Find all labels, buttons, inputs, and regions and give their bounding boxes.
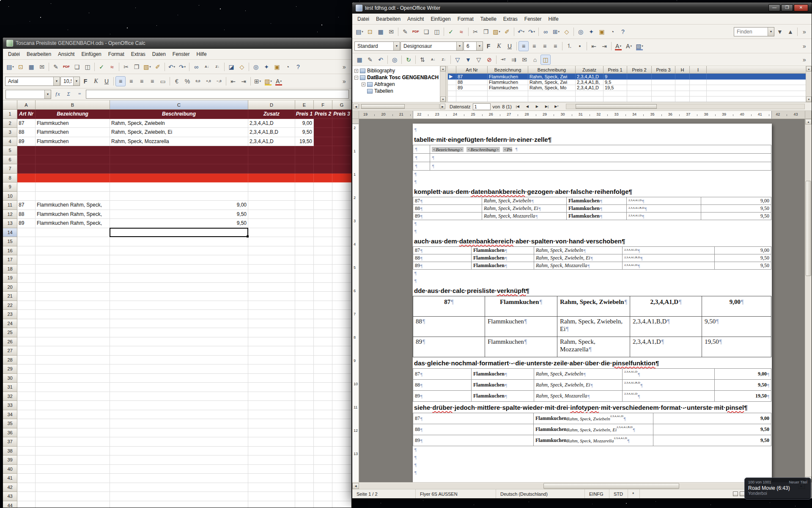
borders-icon[interactable]: ⊞▾ xyxy=(252,76,263,86)
merge-cells-icon[interactable]: ▭ xyxy=(158,76,168,86)
doc-table-cell[interactable]: 9,00 xyxy=(701,197,771,205)
calc-cell-D8[interactable] xyxy=(248,174,295,183)
ds-cell-r2-c3[interactable]: Rahm, Speck, Zwi xyxy=(528,80,576,85)
calc-cell-G14[interactable] xyxy=(332,228,351,237)
calc-cell-A5[interactable] xyxy=(17,146,36,155)
calc-row-header-22[interactable]: 22 xyxy=(3,301,17,310)
calc-cell-G42[interactable] xyxy=(332,483,351,492)
field-shading-chip[interactable]: <Bezeichnung> xyxy=(432,147,464,152)
format-paintbrush-icon[interactable]: ✐ xyxy=(502,27,512,37)
calc-cell-F31[interactable] xyxy=(314,383,332,392)
toolbar-options-icon[interactable]: » xyxy=(799,55,809,65)
calc-cell-B13[interactable]: Flammkuchen Rahm, Speck, xyxy=(36,219,110,228)
page-preview-icon[interactable]: ◫ xyxy=(82,62,93,72)
calc-cell-E23[interactable] xyxy=(295,310,314,319)
ds-cell-r1-c3[interactable]: Rahm, Speck, Zwi xyxy=(528,74,576,80)
calc-menu-item-bearbeiten[interactable]: Bearbeiten xyxy=(23,50,55,59)
calc-cell-A19[interactable] xyxy=(17,273,36,283)
calc-cell-B3[interactable]: Flammkuchen xyxy=(36,128,110,137)
decrease-indent-icon[interactable]: ⇤ xyxy=(589,41,599,51)
delete-decimal-icon[interactable]: −,0 xyxy=(214,76,224,86)
calc-cell-F14[interactable] xyxy=(314,228,332,237)
calc-cell-B30[interactable] xyxy=(36,374,110,383)
calc-cell-G32[interactable] xyxy=(332,392,351,401)
calc-cell-F17[interactable] xyxy=(314,255,332,265)
calc-cell-B28[interactable] xyxy=(36,356,110,365)
doc-table-cell[interactable]: 87¶ xyxy=(413,296,485,317)
calc-cell-E14[interactable] xyxy=(295,228,314,237)
document-heading[interactable]: auch·aus·dem·datenbankbereich·aber·spalt… xyxy=(414,237,772,245)
cut-icon[interactable]: ✂ xyxy=(470,27,480,37)
calc-cell-G2[interactable] xyxy=(332,119,351,128)
doc-table-cell[interactable]: Flammkuchen Rahm, Speck, Zwiebeln, Ei 2,… xyxy=(534,424,653,435)
calc-col-header-B[interactable]: B xyxy=(36,100,110,110)
calc-col-header-A[interactable]: A xyxy=(17,100,36,110)
ds-cell-r4-c3[interactable] xyxy=(528,91,576,97)
calc-cell-B6[interactable] xyxy=(36,155,110,165)
calc-cell-F35[interactable] xyxy=(314,419,332,428)
doc-table-cell[interactable]: 2,3,4,A1,B,D¶ xyxy=(627,205,701,213)
bullet-list-icon[interactable]: • xyxy=(575,41,585,51)
undo-data-entry-icon[interactable]: ↶ xyxy=(376,55,386,65)
calc-cell-B39[interactable] xyxy=(36,456,110,465)
undo-icon[interactable]: ↶▾ xyxy=(167,62,177,72)
calc-cell-D28[interactable] xyxy=(248,356,295,365)
maximize-button[interactable]: ❐ xyxy=(781,4,793,11)
align-right-icon[interactable]: ≡ xyxy=(137,76,147,86)
copy-icon[interactable]: ❐ xyxy=(481,27,491,37)
italic-icon[interactable]: K xyxy=(91,76,101,86)
doc-table-cell[interactable]: Rahm, Speck, Zwiebeln ¶ xyxy=(534,247,623,254)
calc-cell-A31[interactable] xyxy=(17,383,36,392)
calc-cell-C15[interactable] xyxy=(110,237,248,246)
doc-table-cell[interactable]: 88¶ xyxy=(413,317,485,337)
empty-paragraph[interactable]: ¶ xyxy=(413,446,772,454)
sort-ascending-icon[interactable]: A↓ xyxy=(428,55,438,65)
ds-col-header-preis-3[interactable]: Preis 3 xyxy=(652,66,675,74)
calc-cell-G21[interactable] xyxy=(332,292,351,301)
doc-table-cell[interactable]: ¶ xyxy=(430,162,771,171)
calc-cell-C27[interactable] xyxy=(110,346,248,356)
doc-table-cell[interactable]: 2,3,4,A1,D¶ xyxy=(623,247,715,254)
calc-cell-E21[interactable] xyxy=(295,292,314,301)
calc-cell-F43[interactable] xyxy=(314,492,332,501)
calc-cell-B42[interactable] xyxy=(36,483,110,492)
calc-cell-A14[interactable] xyxy=(17,228,36,237)
calc-row-header-36[interactable]: 36 xyxy=(3,428,17,438)
calc-sheet-grid[interactable]: ABCDEFG1Art NrBezeichnungBeschreibungZus… xyxy=(3,100,351,508)
percent-format-icon[interactable]: % xyxy=(182,76,192,86)
doc-table-cell[interactable]: Rahm, Speck, Mozzarella¶ xyxy=(534,391,623,402)
calc-cell-G18[interactable] xyxy=(332,265,351,274)
calc-cell-F21[interactable] xyxy=(314,292,332,301)
calc-cell-G8[interactable] xyxy=(332,174,351,183)
mail-merge-icon[interactable]: ✉ xyxy=(519,55,529,65)
document-heading[interactable]: komplett·aus·dem·datenbankbereich·gezoge… xyxy=(414,188,772,195)
calc-cell-G9[interactable] xyxy=(332,182,351,192)
toolbar-options-icon[interactable]: » xyxy=(339,62,349,72)
expand-icon[interactable]: + xyxy=(362,83,365,86)
ds-cell-r2-c5[interactable]: 9,5 xyxy=(604,80,627,85)
ds-col-header-bezeichnung[interactable]: Bezeichnung xyxy=(488,66,528,74)
redo-icon[interactable]: ↷▾ xyxy=(527,27,537,37)
calc-cell-F37[interactable] xyxy=(314,437,332,447)
add-decimal-icon[interactable]: +,0 xyxy=(203,76,214,86)
scrollbar-thumb[interactable] xyxy=(576,104,656,109)
zoom-icon[interactable]: ◔ xyxy=(607,27,617,37)
doc-table-cell[interactable]: 9,00 xyxy=(653,413,771,424)
calc-cell-A12[interactable]: 88 xyxy=(17,210,36,219)
calc-cell-E27[interactable] xyxy=(295,346,314,356)
calc-cell-E24[interactable] xyxy=(295,319,314,329)
help-icon[interactable]: ? xyxy=(293,62,303,72)
document-heading[interactable]: tabelle·mit·eingefügten·feldern·in·einer… xyxy=(414,136,772,143)
calc-cell-C42[interactable] xyxy=(110,483,248,492)
calc-row-header-9[interactable]: 9 xyxy=(3,182,17,192)
calc-row-header-4[interactable]: 4 xyxy=(3,137,17,146)
doc-table-cell[interactable]: Flammkuchen¶ xyxy=(472,391,534,402)
calc-cell-E29[interactable] xyxy=(295,364,314,374)
ds-cell-r3-c5[interactable]: 19,5 xyxy=(604,85,627,91)
scrollbar-track[interactable] xyxy=(359,483,798,489)
calc-cell-E10[interactable] xyxy=(295,192,314,201)
currency-format-icon[interactable]: € xyxy=(172,76,182,86)
calc-cell-A23[interactable] xyxy=(17,310,36,319)
sort-icon[interactable]: ⇅ xyxy=(417,55,428,65)
calc-cell-B11[interactable]: Flammkuchen Rahm, Speck, xyxy=(36,201,110,210)
